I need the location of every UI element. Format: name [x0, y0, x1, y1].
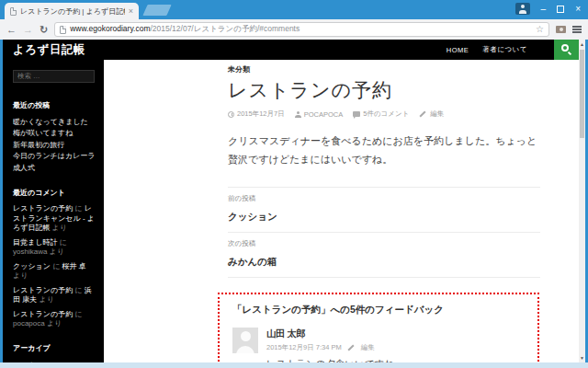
close-window-button[interactable]: × [575, 3, 581, 15]
scroll-down-icon[interactable]: ▼ [579, 353, 585, 362]
search-icon [561, 44, 569, 52]
post-navigation: 前の投稿 クッション 次の投稿 みかんの箱 [228, 187, 540, 278]
sidebar-post-link[interactable]: 新年最初の旅行 [13, 140, 95, 152]
forward-button: → [23, 25, 33, 35]
sidebar-comment-item: レストランの予約 に pocapoca より [13, 310, 95, 329]
url-page-icon [60, 26, 66, 34]
site-header: よろず日記帳 HOME 著者について [3, 40, 579, 60]
sidebar-post-link[interactable]: 梅が咲いてますね [13, 128, 95, 140]
site-search-button[interactable] [554, 40, 579, 60]
sidebar-comment-item: クッション に 桜井 卓 より [13, 262, 95, 282]
url-text[interactable]: www.egokorodiary.com/2015/12/07/レストランの予約… [70, 24, 532, 35]
page-scrollbar[interactable]: ▲ ▼ [579, 40, 585, 362]
prev-post: 前の投稿 クッション [228, 187, 540, 232]
post-author[interactable]: POCAPOCA [304, 110, 344, 119]
url-path: /2015/12/07/レストランの予約/#comments [150, 24, 300, 33]
site-nav: HOME 著者について [447, 40, 579, 60]
pencil-icon [347, 344, 356, 351]
sidebar-search-input[interactable] [13, 70, 95, 83]
tab-close-icon[interactable]: × [129, 7, 133, 16]
next-post-label: 次の投稿 [228, 239, 540, 248]
post-date[interactable]: 2015年12月7日 [237, 109, 285, 119]
commenter-avatar [232, 328, 258, 353]
post-meta: 2015年12月7日 POCAPOCA 5件のコメント 編集 [228, 109, 540, 119]
comment-author: pocapoca [13, 319, 45, 328]
maximize-button[interactable] [557, 6, 564, 13]
profile-avatar-icon[interactable] [515, 3, 530, 15]
nav-about-link[interactable]: 著者について [482, 45, 527, 54]
post-title: レストランの予約 [228, 77, 540, 103]
reload-button[interactable]: ↻ [40, 25, 48, 35]
comments-section: 「レストランの予約」への5件のフィードバック 山田 太郎 2015年12月9日 … [218, 293, 539, 362]
scroll-up-icon[interactable]: ▲ [579, 40, 585, 49]
comment-post-link[interactable]: レストランの予約 [13, 204, 73, 213]
comment-icon [353, 111, 360, 117]
comment-author-link[interactable]: 桜井 卓 [62, 262, 86, 270]
scrollbar-thumb[interactable] [580, 50, 584, 138]
recent-comments-heading: 最近のコメント [13, 188, 95, 198]
comment-post-link[interactable]: 目覚まし時計 [13, 238, 57, 247]
clock-icon [228, 111, 234, 118]
sidebar-post-link[interactable]: 今日のランチはカレーライス [13, 151, 95, 163]
recent-posts-list: 暖かくなってきました 梅が咲いてますね 新年最初の旅行 今日のランチはカレーライ… [13, 117, 95, 175]
main-content: 未分類 レストランの予約 2015年12月7日 POCAPOCA 5件のコメント… [104, 60, 579, 362]
sidebar-comment-item: レストランの予約 に レストランキャンセル - よろず日記帳 より [13, 204, 95, 234]
minimize-button[interactable]: – [541, 3, 547, 15]
post-category[interactable]: 未分類 [228, 64, 540, 75]
url-domain: www.egokorodiary.com [70, 24, 150, 33]
post-comments-count[interactable]: 5件のコメント [363, 109, 409, 119]
next-post: 次の投稿 みかんの箱 [228, 232, 540, 277]
address-bar[interactable]: www.egokorodiary.com/2015/12/07/レストランの予約… [54, 22, 549, 37]
extension-camera-icon[interactable] [556, 26, 566, 33]
sidebar-post-link[interactable]: 成人式 [13, 163, 95, 175]
prev-post-link[interactable]: クッション [228, 211, 277, 224]
next-post-link[interactable]: みかんの箱 [228, 256, 277, 269]
nav-home-link[interactable]: HOME [447, 46, 469, 54]
window-bottom-edge [0, 362, 588, 368]
site-title[interactable]: よろず日記帳 [3, 42, 85, 58]
post-body: クリスマスディナーを食べるためにお店を予約しました。ちょっと贅沢ですけどたまには… [228, 132, 540, 169]
comment-date[interactable]: 2015年12月9日 7:34 PM [266, 343, 342, 352]
back-button[interactable]: ← [6, 25, 17, 35]
sidebar-post-link[interactable]: 暖かくなってきました [13, 117, 95, 129]
new-tab-button[interactable] [142, 5, 171, 16]
sidebar-comment-item: 目覚まし時計 に yoshikawa より [13, 238, 95, 258]
comment-post-link[interactable]: レストランの予約 [13, 286, 73, 294]
browser-titlebar: レストランの予約 | よろず日記帳 × – × [0, 0, 588, 19]
comment-post-link[interactable]: レストランの予約 [13, 310, 73, 318]
pencil-icon [419, 110, 427, 118]
user-icon [295, 111, 301, 118]
commenter-name: 山田 太郎 [266, 328, 525, 340]
archives-heading: アーカイブ [13, 343, 95, 353]
post-edit-link[interactable]: 編集 [430, 109, 444, 119]
recent-posts-heading: 最近の投稿 [13, 100, 95, 110]
webpage: よろず日記帳 HOME 著者について 最近の投稿 暖かくなってきました 梅が咲い… [3, 40, 585, 362]
sidebar-comment-item: レストランの予約 に 浜田 康夫 より [13, 286, 95, 305]
bookmark-star-icon[interactable]: ☆ [536, 25, 544, 34]
recent-comments-list: レストランの予約 に レストランキャンセル - よろず日記帳 より 目覚まし時計… [13, 204, 95, 329]
chrome-menu-icon[interactable] [572, 26, 582, 33]
browser-tab[interactable]: レストランの予約 | よろず日記帳 × [5, 3, 139, 19]
browser-toolbar: ← → ↻ www.egokorodiary.com/2015/12/07/レス… [0, 19, 588, 40]
sidebar: 最近の投稿 暖かくなってきました 梅が咲いてますね 新年最初の旅行 今日のランチ… [3, 60, 104, 362]
comments-heading: 「レストランの予約」への5件のフィードバック [232, 304, 525, 316]
comment-edit-link[interactable]: 編集 [361, 343, 375, 352]
comment-item: 山田 太郎 2015年12月9日 7:34 PM 編集 レストランの夕食いいです… [232, 328, 525, 362]
comment-author: yoshikawa [13, 247, 47, 256]
prev-post-label: 前の投稿 [228, 194, 540, 203]
tab-title: レストランの予約 | よろず日記帳 [20, 6, 125, 17]
comment-post-link[interactable]: クッション [13, 262, 51, 270]
favicon-page-icon [10, 7, 17, 16]
